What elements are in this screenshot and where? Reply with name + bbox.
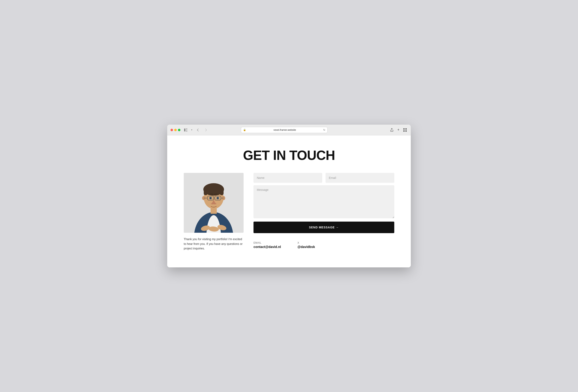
x-value: @davidbsk (297, 245, 315, 249)
svg-rect-5 (405, 128, 407, 130)
svg-rect-6 (403, 131, 405, 132)
grid-button[interactable] (402, 128, 407, 132)
email-label: EMAIL (253, 241, 281, 244)
x-info: X @davidbsk (297, 241, 315, 249)
send-message-button[interactable]: SEND MESSAGE → (253, 221, 394, 233)
email-input[interactable] (326, 173, 394, 183)
svg-point-25 (217, 197, 219, 199)
refresh-button[interactable]: ↻ (323, 129, 325, 131)
lock-icon: 🔒 (243, 129, 246, 131)
contact-layout: Thank you for visiting my portfolio! I'm… (184, 173, 394, 251)
email-value: contact@david.nl (253, 245, 281, 249)
svg-rect-14 (220, 189, 224, 195)
minimize-button[interactable] (174, 129, 177, 131)
right-panel: SEND MESSAGE → EMAIL contact@david.nl X … (253, 173, 394, 249)
svg-rect-13 (204, 189, 207, 195)
new-tab-button[interactable]: + (396, 128, 401, 132)
svg-point-24 (210, 197, 211, 199)
address-bar[interactable]: 🔒 vexel.framer.website ↻ (241, 127, 328, 133)
x-label: X (297, 241, 315, 244)
fullscreen-button[interactable] (178, 129, 180, 131)
profile-image (184, 173, 243, 233)
browser-chrome: ▾ 🔒 vexel.framer.website ↻ + (167, 125, 411, 135)
share-button[interactable] (389, 128, 394, 132)
profile-description: Thank you for visiting my portfolio! I'm… (184, 237, 243, 251)
left-panel: Thank you for visiting my portfolio! I'm… (184, 173, 243, 251)
svg-rect-3 (186, 131, 188, 131)
back-button[interactable] (195, 127, 201, 133)
chevron-down-icon: ▾ (191, 129, 193, 131)
form-name-email-row (253, 173, 394, 183)
browser-window: ▾ 🔒 vexel.framer.website ↻ + (167, 125, 411, 267)
contact-info: EMAIL contact@david.nl X @davidbsk (253, 241, 394, 249)
url-text: vexel.framer.website (247, 129, 322, 131)
svg-rect-4 (403, 128, 405, 130)
traffic-lights (171, 129, 180, 131)
page-content: GET IN TOUCH (167, 135, 411, 267)
browser-actions: + (389, 128, 407, 132)
svg-rect-26 (211, 208, 217, 214)
person-illustration (184, 173, 243, 233)
page-title: GET IN TOUCH (184, 148, 394, 163)
close-button[interactable] (171, 129, 173, 131)
forward-button[interactable] (203, 127, 209, 133)
message-textarea[interactable] (253, 185, 394, 218)
svg-rect-1 (186, 129, 188, 129)
sidebar-toggle-button[interactable] (183, 127, 189, 133)
svg-rect-7 (405, 131, 407, 132)
name-input[interactable] (253, 173, 322, 183)
svg-rect-2 (186, 130, 188, 130)
svg-rect-0 (184, 129, 185, 131)
email-info: EMAIL contact@david.nl (253, 241, 281, 249)
